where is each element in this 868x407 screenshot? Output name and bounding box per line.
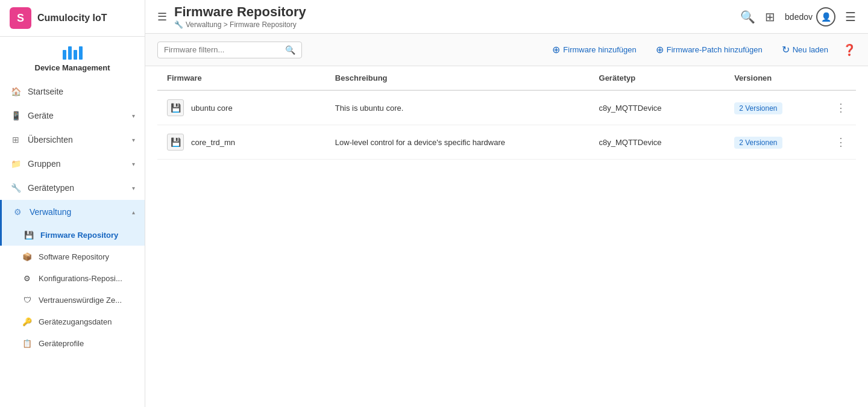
breadcrumb: 🔧 Verwaltung > Firmware Repository: [174, 20, 733, 29]
sidebar-item-label: Gerätetypen: [28, 183, 126, 193]
devices-icon: 📱: [10, 110, 22, 122]
table-row[interactable]: 💾 ubuntu core This is ubuntu core. c8y_M…: [157, 90, 856, 125]
sidebar-item-gruppen[interactable]: 📁 Gruppen ▾: [0, 152, 145, 176]
reload-label: Neu laden: [793, 45, 828, 54]
firmware-cell: 💾 ubuntu core: [167, 99, 316, 116]
help-icon[interactable]: ❓: [843, 43, 856, 57]
user-name: bdedov: [785, 12, 813, 22]
sidebar-item-uebersichten[interactable]: ⊞ Übersichten ▾: [0, 128, 145, 152]
sidebar-item-geraeteprofile[interactable]: 📋 Geräteprofile: [0, 332, 145, 354]
topbar-title-section: Firmware Repository 🔧 Verwaltung > Firmw…: [174, 4, 733, 29]
profile-icon: 📋: [22, 338, 33, 349]
chevron-down-icon: ▾: [132, 185, 135, 191]
firmware-name-cell: 💾 core_trd_mn: [157, 125, 326, 160]
sidebar-item-geraete[interactable]: 📱 Geräte ▾: [0, 104, 145, 128]
firmware-versions-cell: 2 Versionen: [725, 90, 826, 125]
chevron-down-icon: ▾: [132, 113, 135, 119]
col-header-actions: [826, 66, 856, 90]
add-firmware-button[interactable]: ⊕ Firmware hinzufügen: [547, 41, 641, 58]
topbar: ☰ Firmware Repository 🔧 Verwaltung > Fir…: [145, 0, 868, 34]
sidebar-item-label: Verwaltung: [30, 207, 126, 217]
add-firmware-label: Firmware hinzufügen: [563, 45, 636, 54]
version-badge: 2 Versionen: [734, 137, 782, 149]
home-icon: 🏠: [10, 85, 22, 98]
app-name: Cumulocity IoT: [37, 13, 107, 23]
plus-icon: ⊕: [656, 44, 664, 55]
grid-icon: ⊞: [10, 134, 22, 146]
content-toolbar: 🔍 ⊕ Firmware hinzufügen ⊕ Firmware-Patch…: [145, 34, 868, 66]
plus-icon: ⊕: [552, 44, 560, 55]
row-menu-cell: ⋮: [826, 125, 856, 160]
sidebar-item-label: Übersichten: [28, 135, 126, 144]
menu-icon[interactable]: ☰: [157, 10, 167, 23]
reload-button[interactable]: ↻ Neu laden: [777, 41, 833, 58]
sidebar-sub-label: Software Repository: [39, 252, 109, 261]
version-badge: 2 Versionen: [734, 102, 782, 114]
device-management-label: Device Management: [35, 63, 110, 72]
firmware-table: Firmware Beschreibung Gerätetyp Versione…: [157, 66, 856, 160]
key-icon: 🔑: [22, 316, 33, 327]
apps-icon[interactable]: ⊞: [765, 10, 775, 24]
col-header-firmware: Firmware: [157, 66, 326, 90]
firmware-name: ubuntu core: [191, 104, 233, 113]
search-icon[interactable]: 🔍: [740, 10, 755, 24]
firmware-device-type-cell: c8y_MQTTDevice: [590, 125, 725, 160]
firmware-icon: 💾: [167, 99, 184, 116]
user-menu[interactable]: bdedov 👤: [785, 7, 835, 26]
row-context-menu[interactable]: ⋮: [835, 102, 846, 114]
sidebar-item-startseite[interactable]: 🏠 Startseite: [0, 79, 145, 104]
breadcrumb-icon: 🔧: [174, 20, 183, 29]
firmware-table-container: Firmware Beschreibung Gerätetyp Versione…: [145, 66, 868, 160]
firmware-description-cell: Low-level control for a device's specifi…: [326, 125, 590, 160]
table-header-row: Firmware Beschreibung Gerätetyp Versione…: [157, 66, 856, 90]
sidebar-header: S Cumulocity IoT: [0, 0, 145, 37]
folder-icon: 📁: [10, 158, 22, 170]
col-header-versions: Versionen: [725, 66, 826, 90]
page-title: Firmware Repository: [174, 4, 733, 20]
firmware-icon: 💾: [167, 134, 184, 151]
sidebar-item-vertrauen[interactable]: 🛡 Vertrauenswürdige Ze...: [0, 289, 145, 311]
add-patch-label: Firmware-Patch hinzufügen: [667, 45, 763, 54]
sidebar-sub-label: Firmware Repository: [40, 231, 118, 240]
app-logo: S: [10, 7, 31, 29]
search-input[interactable]: [164, 45, 281, 54]
sidebar-item-geraetetypen[interactable]: 🔧 Gerätetypen ▾: [0, 176, 145, 200]
table-row[interactable]: 💾 core_trd_mn Low-level control for a de…: [157, 125, 856, 160]
sidebar-item-geraetezugang[interactable]: 🔑 Gerätezugangsdaten: [0, 311, 145, 332]
sidebar-item-verwaltung[interactable]: ⚙ Verwaltung ▴: [0, 200, 145, 224]
shield-icon: 🛡: [22, 294, 33, 305]
sidebar-item-firmware-repo[interactable]: 💾 Firmware Repository: [0, 224, 145, 246]
sidebar-sub-label: Konfigurations-Reposi...: [39, 274, 122, 283]
gear-icon: ⚙: [22, 273, 33, 284]
sidebar-toggle-icon[interactable]: ☰: [845, 10, 856, 24]
sidebar-item-label: Startseite: [28, 87, 135, 96]
chip-icon: 💾: [24, 229, 34, 240]
sidebar-item-label: Geräte: [28, 111, 126, 120]
settings-icon: ⚙: [11, 206, 24, 218]
wrench-icon: 🔧: [10, 182, 22, 194]
firmware-versions-cell: 2 Versionen: [725, 125, 826, 160]
sidebar-item-konfig-repo[interactable]: ⚙ Konfigurations-Reposi...: [0, 267, 145, 289]
firmware-name-cell: 💾 ubuntu core: [157, 90, 326, 125]
sidebar-item-label: Gruppen: [28, 159, 126, 169]
topbar-actions: 🔍 ⊞ bdedov 👤 ☰: [740, 7, 856, 26]
sidebar-sub-label: Geräteprofile: [39, 339, 84, 348]
refresh-icon: ↻: [782, 44, 790, 55]
col-header-device: Gerätetyp: [590, 66, 725, 90]
sidebar-sub-label: Gerätezugangsdaten: [39, 317, 112, 326]
search-icon: 🔍: [285, 45, 295, 55]
nav-main: 🏠 Startseite 📱 Geräte ▾ ⊞ Übersichten ▾ …: [0, 77, 145, 356]
sidebar-item-software-repo[interactable]: 📦 Software Repository: [0, 246, 145, 267]
device-icon: [63, 46, 83, 60]
package-icon: 📦: [22, 251, 33, 262]
toolbar-actions: ⊕ Firmware hinzufügen ⊕ Firmware-Patch h…: [547, 41, 856, 58]
chevron-down-icon: ▾: [132, 161, 135, 167]
col-header-description: Beschreibung: [326, 66, 590, 90]
content-area: 🔍 ⊕ Firmware hinzufügen ⊕ Firmware-Patch…: [145, 34, 868, 407]
add-patch-button[interactable]: ⊕ Firmware-Patch hinzufügen: [651, 41, 767, 58]
firmware-description-cell: This is ubuntu core.: [326, 90, 590, 125]
avatar: 👤: [816, 7, 835, 26]
device-management-section: Device Management: [0, 37, 145, 77]
search-box[interactable]: 🔍: [157, 42, 302, 58]
row-context-menu[interactable]: ⋮: [835, 136, 846, 148]
